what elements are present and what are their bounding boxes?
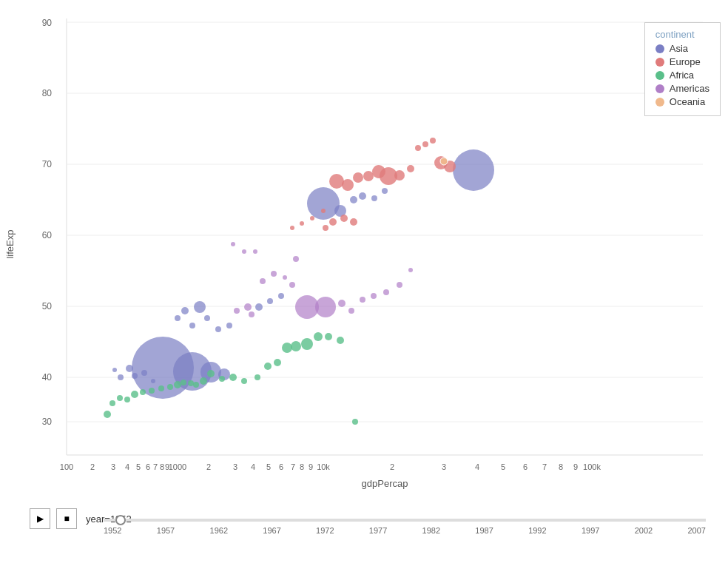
asia-label: Asia — [670, 43, 688, 54]
europe-label: Europe — [670, 56, 701, 67]
svg-point-97 — [329, 218, 337, 226]
svg-point-56 — [204, 315, 210, 321]
svg-point-90 — [342, 179, 354, 191]
timeline-ticks: 1952 1957 1962 1967 1972 1977 1982 1987 … — [104, 526, 706, 535]
svg-point-51 — [112, 368, 117, 372]
timeline-slider[interactable]: 1952 1957 1962 1967 1972 1977 1982 1987 … — [104, 513, 706, 535]
svg-point-60 — [267, 298, 273, 304]
svg-point-133 — [314, 332, 323, 341]
tick-1952: 1952 — [104, 526, 121, 535]
svg-text:5: 5 — [501, 462, 505, 471]
svg-point-105 — [415, 145, 421, 151]
svg-point-126 — [241, 378, 247, 384]
svg-point-130 — [282, 343, 292, 353]
tick-1987: 1987 — [475, 526, 493, 535]
svg-point-115 — [149, 388, 155, 394]
oceania-label: Oceania — [670, 96, 705, 107]
svg-point-67 — [382, 188, 388, 194]
svg-text:7: 7 — [542, 462, 547, 471]
svg-point-65 — [359, 192, 366, 200]
legend-item-asia: Asia — [655, 43, 710, 54]
legend-item-africa: Africa — [655, 70, 710, 81]
svg-point-88 — [253, 249, 257, 254]
svg-text:7: 7 — [291, 462, 295, 471]
svg-point-103 — [321, 209, 326, 213]
svg-point-104 — [323, 225, 328, 231]
svg-point-83 — [397, 282, 402, 288]
svg-text:6: 6 — [279, 462, 283, 471]
svg-point-80 — [360, 297, 365, 303]
svg-text:90: 90 — [42, 18, 53, 28]
tick-1977: 1977 — [369, 526, 387, 535]
svg-point-102 — [310, 216, 314, 220]
svg-text:3: 3 — [233, 462, 237, 471]
svg-point-128 — [264, 363, 272, 370]
svg-text:4: 4 — [125, 462, 129, 471]
svg-text:30: 30 — [42, 417, 53, 427]
svg-text:80: 80 — [42, 88, 53, 98]
svg-point-122 — [200, 377, 207, 385]
svg-text:100: 100 — [60, 462, 73, 471]
svg-point-71 — [249, 311, 255, 317]
svg-point-110 — [109, 400, 115, 406]
svg-point-131 — [291, 341, 301, 351]
play-button[interactable]: ▶ — [30, 508, 50, 529]
svg-point-111 — [117, 395, 123, 401]
svg-point-112 — [124, 397, 130, 402]
svg-point-89 — [329, 174, 344, 189]
svg-point-129 — [274, 359, 281, 366]
svg-point-124 — [219, 376, 225, 382]
tick-1967: 1967 — [263, 526, 280, 535]
europe-dot — [655, 58, 664, 67]
svg-text:10k: 10k — [317, 462, 330, 471]
svg-text:1000: 1000 — [169, 462, 186, 471]
tick-1957: 1957 — [157, 526, 175, 535]
svg-point-134 — [325, 333, 332, 340]
legend: continent Asia Europe Africa Americas Oc… — [644, 22, 721, 116]
svg-text:4: 4 — [475, 462, 479, 471]
svg-point-85 — [293, 256, 299, 262]
svg-point-117 — [167, 384, 173, 390]
svg-point-98 — [340, 215, 348, 222]
svg-text:6: 6 — [523, 462, 528, 471]
svg-text:4: 4 — [251, 462, 255, 471]
svg-text:lifeExp: lifeExp — [4, 229, 16, 258]
stop-button[interactable]: ■ — [56, 508, 77, 529]
legend-item-americas: Americas — [655, 83, 710, 94]
scatter-plot: 90 80 70 60 50 40 30 100 2 3 4 5 6 7 8 9… — [0, 0, 728, 566]
svg-point-70 — [234, 308, 240, 314]
svg-point-50 — [118, 374, 124, 380]
svg-point-52 — [194, 301, 206, 313]
americas-dot — [655, 84, 664, 93]
asia-dot — [655, 44, 664, 53]
svg-point-59 — [255, 303, 263, 311]
svg-point-118 — [174, 381, 181, 388]
svg-point-82 — [383, 289, 389, 295]
svg-point-114 — [140, 389, 146, 395]
tick-1962: 1962 — [210, 526, 228, 535]
africa-dot — [655, 71, 664, 80]
svg-text:5: 5 — [136, 462, 141, 471]
svg-point-46 — [126, 365, 133, 372]
svg-point-55 — [189, 323, 195, 329]
slider-thumb[interactable] — [115, 515, 126, 525]
svg-point-68 — [453, 149, 494, 191]
svg-point-123 — [207, 370, 215, 377]
svg-point-119 — [181, 380, 186, 385]
svg-point-138 — [440, 158, 448, 165]
legend-title: continent — [655, 29, 710, 40]
chart-container: 90 80 70 60 50 40 30 100 2 3 4 5 6 7 8 9… — [0, 0, 728, 566]
svg-point-69 — [244, 303, 252, 311]
svg-text:3: 3 — [111, 462, 115, 471]
slider-track[interactable] — [104, 519, 706, 522]
svg-point-135 — [337, 337, 344, 344]
svg-point-74 — [283, 275, 287, 280]
svg-point-87 — [242, 249, 246, 254]
play-icon: ▶ — [37, 513, 44, 524]
svg-text:8: 8 — [559, 462, 563, 471]
tick-1997: 1997 — [582, 526, 599, 535]
svg-text:2: 2 — [90, 462, 95, 471]
svg-text:2: 2 — [390, 462, 394, 471]
svg-point-66 — [371, 195, 377, 201]
svg-point-121 — [193, 382, 199, 388]
